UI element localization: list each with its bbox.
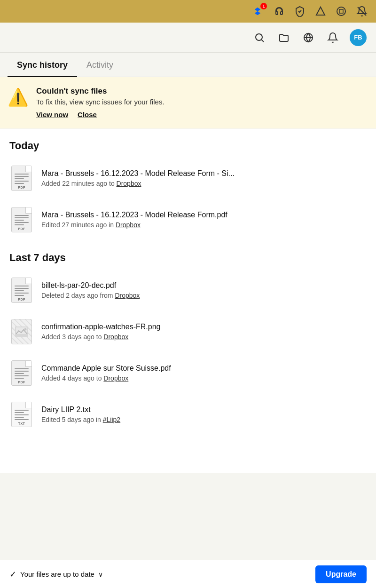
file-icon-png	[9, 318, 34, 346]
dropbox-link[interactable]: Dropbox	[117, 180, 141, 187]
file-icon-pdf: PDF	[9, 359, 34, 387]
warning-title: Couldn't sync files	[36, 87, 164, 96]
svg-marker-1	[339, 9, 343, 13]
view-now-link[interactable]: View now	[36, 111, 68, 119]
search-icon[interactable]	[252, 30, 267, 45]
file-name: confirmation-apple-watches-FR.png	[41, 323, 367, 331]
file-meta: Deleted 2 days ago from Dropbox	[41, 292, 367, 299]
svg-line-4	[262, 40, 264, 42]
svg-point-8	[24, 328, 27, 331]
file-name: Commande Apple sur Store Suisse.pdf	[41, 364, 367, 373]
warning-text: To fix this, view sync issues for your f…	[36, 98, 164, 106]
warning-banner: ⚠️ Couldn't sync files To fix this, view…	[0, 77, 376, 128]
tabs: Sync history Activity	[0, 53, 376, 77]
file-name: Mara - Brussels - 16.12.2023 - Model Rel…	[41, 169, 367, 178]
file-meta: Added 3 days ago to Dropbox	[41, 333, 367, 341]
list-item[interactable]: PDF Mara - Brussels - 16.12.2023 - Model…	[0, 158, 376, 199]
file-icon-pdf: PDF	[9, 276, 34, 304]
file-icon-pdf: PDF	[9, 206, 34, 234]
warning-actions: View now Close	[36, 111, 164, 119]
dropbox-badge: 1	[260, 3, 267, 9]
warning-icon: ⚠️	[8, 87, 29, 107]
triangle-icon[interactable]	[314, 5, 327, 18]
main-content: Today PDF Mara - Brussels - 16.12.2023 -…	[0, 128, 376, 473]
warning-content: Couldn't sync files To fix this, view sy…	[36, 87, 164, 119]
bell-strike-icon[interactable]	[355, 5, 368, 18]
system-bar: 1	[0, 0, 376, 23]
svg-point-0	[337, 7, 345, 16]
svg-point-3	[256, 34, 262, 40]
list-item[interactable]: confirmation-apple-watches-FR.png Added …	[0, 311, 376, 352]
file-info: Dairy LIIP 2.txt Edited 5 days ago in #L…	[41, 405, 367, 423]
tab-activity[interactable]: Activity	[77, 53, 123, 77]
status-left[interactable]: ✓ Your files are up to date ∨	[9, 569, 103, 580]
today-section-header: Today	[0, 128, 376, 158]
globe-icon[interactable]	[301, 30, 316, 45]
status-text: Your files are up to date	[20, 570, 94, 578]
headphone-icon[interactable]	[273, 5, 286, 18]
upgrade-button[interactable]: Upgrade	[315, 565, 367, 583]
list-item[interactable]: TXT Dairy LIIP 2.txt Edited 5 days ago i…	[0, 394, 376, 435]
file-info: Mara - Brussels - 16.12.2023 - Model Rel…	[41, 211, 367, 229]
list-item[interactable]: PDF Commande Apple sur Store Suisse.pdf …	[0, 352, 376, 394]
close-link[interactable]: Close	[78, 111, 97, 119]
toolbar: FB	[0, 23, 376, 53]
file-meta: Edited 27 minutes ago in Dropbox	[41, 221, 367, 229]
dropbox-link[interactable]: Dropbox	[103, 374, 128, 382]
file-name: Mara - Brussels - 16.12.2023 - Model Rel…	[41, 211, 367, 219]
dropbox-link[interactable]: Dropbox	[115, 292, 140, 299]
dropbox-link[interactable]: Dropbox	[103, 333, 128, 341]
file-meta: Added 22 minutes ago to Dropbox	[41, 180, 367, 187]
list-item[interactable]: PDF billet-ls-par-20-dec.pdf Deleted 2 d…	[0, 270, 376, 311]
dropbox-link[interactable]: #Liip2	[103, 416, 120, 423]
tag-icon[interactable]	[335, 5, 348, 18]
last7days-section-header: Last 7 days	[0, 240, 376, 270]
file-name: billet-ls-par-20-dec.pdf	[41, 281, 367, 290]
file-name: Dairy LIIP 2.txt	[41, 405, 367, 414]
file-meta: Added 4 days ago to Dropbox	[41, 374, 367, 382]
checkmark-icon: ✓	[9, 569, 16, 580]
file-info: confirmation-apple-watches-FR.png Added …	[41, 323, 367, 341]
file-icon-pdf: PDF	[9, 164, 34, 192]
list-item[interactable]: PDF Mara - Brussels - 16.12.2023 - Model…	[0, 199, 376, 240]
file-info: Commande Apple sur Store Suisse.pdf Adde…	[41, 364, 367, 382]
file-info: Mara - Brussels - 16.12.2023 - Model Rel…	[41, 169, 367, 187]
avatar[interactable]: FB	[350, 29, 367, 46]
chevron-down-icon: ∨	[98, 571, 103, 578]
dropbox-link[interactable]: Dropbox	[116, 221, 141, 229]
folder-icon[interactable]	[276, 30, 291, 45]
bottom-bar: ✓ Your files are up to date ∨ Upgrade	[0, 560, 376, 588]
file-info: billet-ls-par-20-dec.pdf Deleted 2 days …	[41, 281, 367, 299]
tab-sync-history[interactable]: Sync history	[8, 53, 77, 77]
bell-icon[interactable]	[325, 30, 340, 45]
file-meta: Edited 5 days ago in #Liip2	[41, 416, 367, 423]
shield-icon[interactable]	[293, 5, 306, 18]
dropbox-icon[interactable]: 1	[252, 5, 265, 18]
file-icon-txt: TXT	[9, 400, 34, 429]
